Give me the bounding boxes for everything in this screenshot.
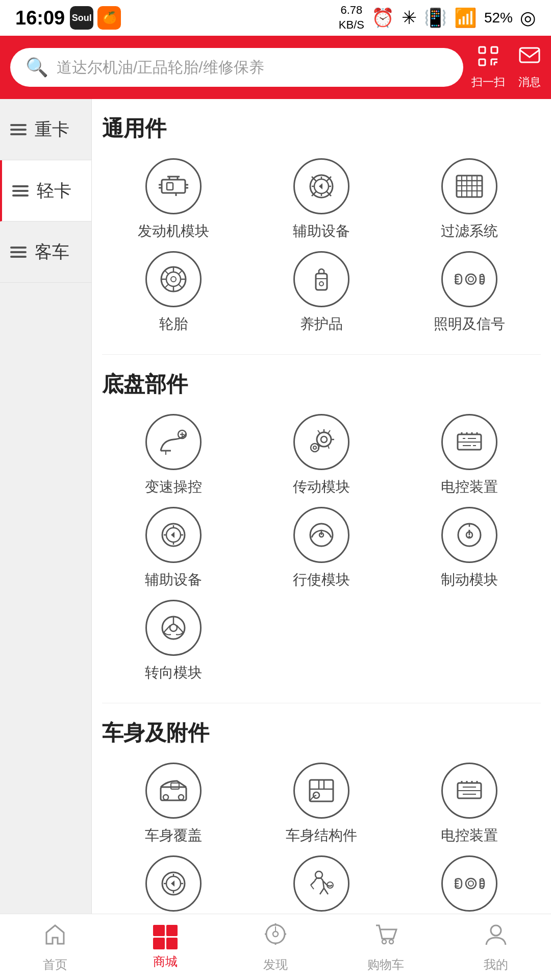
item-auxiliary-2[interactable]: 辅助设备 [102, 507, 245, 590]
svg-rect-9 [167, 183, 173, 190]
vibrate-icon: 📳 [424, 7, 447, 29]
section-general-parts: 通用件 [102, 114, 541, 334]
section-chassis-parts: 底盘部件 变速操控 [102, 370, 541, 682]
bluetooth-icon: ✳ [402, 7, 417, 29]
filter-label: 过滤系统 [441, 222, 498, 241]
item-engine-module[interactable]: 发动机模块 [102, 158, 245, 241]
message-icon [518, 45, 541, 72]
message-button[interactable]: 消息 [518, 45, 541, 90]
alarm-icon: ⏰ [371, 7, 394, 29]
engine-icon [145, 158, 202, 214]
chassis-parts-grid: 变速操控 [102, 414, 541, 682]
section-body-parts: 车身及附件 车身覆盖 [102, 719, 541, 938]
lighting-icon-2 [441, 855, 497, 912]
svg-rect-2 [479, 59, 485, 65]
svg-line-127 [324, 888, 328, 894]
nav-home-label: 首页 [43, 957, 67, 973]
svg-line-126 [320, 888, 324, 894]
cabin-icon [293, 855, 349, 912]
nav-cart[interactable]: 购物车 [331, 914, 441, 980]
tire-icon [145, 251, 202, 307]
svg-point-66 [313, 446, 316, 449]
network-speed: 6.78KB/S [339, 3, 364, 32]
svg-line-44 [179, 284, 182, 288]
nav-home[interactable]: 首页 [0, 914, 110, 980]
drive-icon [293, 414, 349, 470]
nav-store[interactable]: 商城 [110, 914, 220, 980]
tire-label: 轮胎 [159, 314, 188, 334]
item-driving[interactable]: 行使模块 [250, 507, 393, 590]
svg-point-141 [273, 932, 278, 937]
orange-app-icon: 🍊 [97, 6, 121, 30]
svg-line-43 [165, 271, 168, 274]
sidebar-label-heavy-truck: 重卡 [35, 118, 69, 141]
nav-profile-label: 我的 [484, 957, 508, 973]
lighting-icon-1 [441, 251, 497, 307]
sidebar-item-bus[interactable]: 客车 [0, 222, 91, 283]
electric-label-1: 电控装置 [441, 477, 498, 497]
sidebar: 重卡 轻卡 客车 [0, 99, 92, 980]
app-icons: Soul 🍊 [70, 6, 121, 30]
item-care[interactable]: 养护品 [250, 251, 393, 334]
nav-profile[interactable]: 我的 [441, 914, 551, 980]
electric-label-2: 电控装置 [441, 826, 498, 845]
item-steering[interactable]: 转向模块 [102, 600, 245, 682]
svg-point-103 [179, 795, 184, 800]
svg-point-102 [163, 795, 168, 800]
svg-point-37 [166, 272, 181, 286]
main-layout: 重卡 轻卡 客车 通用件 [0, 99, 551, 980]
svg-point-145 [491, 925, 501, 936]
sidebar-item-heavy-truck[interactable]: 重卡 [0, 99, 91, 160]
menu-icon [10, 124, 27, 135]
scan-label: 扫一扫 [471, 75, 505, 90]
general-parts-grid: 发动机模块 [102, 158, 541, 334]
scan-button[interactable]: 扫一扫 [471, 45, 505, 90]
svg-text:!: ! [467, 527, 471, 540]
driving-label: 行使模块 [293, 570, 350, 590]
care-icon [293, 251, 349, 307]
electric-icon-1 [441, 414, 497, 470]
body-cover-label: 车身覆盖 [145, 826, 202, 845]
status-right: 6.78KB/S ⏰ ✳ 📳 📶 52% ◎ [339, 3, 536, 32]
svg-point-144 [389, 940, 393, 944]
drive-label: 传动模块 [293, 477, 350, 497]
body-structure-icon [293, 763, 349, 819]
svg-point-132 [468, 881, 473, 886]
item-transmission[interactable]: 变速操控 [102, 414, 245, 497]
svg-point-63 [317, 432, 331, 447]
svg-line-70 [328, 446, 329, 449]
auxiliary-label-1: 辅助设备 [293, 222, 350, 241]
battery-icon: ◎ [520, 7, 536, 29]
item-electric-control-2[interactable]: 电控装置 [398, 763, 541, 845]
engine-label: 发动机模块 [138, 222, 209, 241]
item-drive[interactable]: 传动模块 [250, 414, 393, 497]
content-area: 通用件 [92, 99, 551, 980]
store-icon [153, 925, 178, 949]
home-icon [42, 921, 68, 952]
brake-label: 制动模块 [441, 570, 498, 590]
item-tire[interactable]: 轮胎 [102, 251, 245, 334]
cart-icon [373, 921, 398, 952]
item-auxiliary-1[interactable]: 辅助设备 [250, 158, 393, 241]
sidebar-item-light-truck[interactable]: 轻卡 [0, 160, 91, 222]
nav-discover[interactable]: 发现 [220, 914, 331, 980]
item-brake[interactable]: ! 制动模块 [398, 507, 541, 590]
search-input-wrapper[interactable]: 🔍 道达尔机油/正品轮胎/维修保养 [10, 48, 463, 87]
lighting-label-1: 照明及信号 [434, 314, 505, 334]
battery: 52% [484, 10, 513, 26]
svg-line-68 [318, 430, 320, 433]
item-filter[interactable]: 过滤系统 [398, 158, 541, 241]
item-body-structure[interactable]: 车身结构件 [250, 763, 393, 845]
item-lighting-1[interactable]: 照明及信号 [398, 251, 541, 334]
item-electric-control-1[interactable]: 电控装置 [398, 414, 541, 497]
brake-icon: ! [441, 507, 497, 563]
nav-discover-label: 发现 [263, 957, 288, 973]
care-label: 养护品 [300, 314, 343, 334]
sidebar-label-bus: 客车 [35, 240, 69, 264]
item-body-cover[interactable]: 车身覆盖 [102, 763, 245, 845]
svg-line-123 [311, 881, 315, 885]
menu-icon-2 [12, 185, 29, 197]
transmission-label: 变速操控 [145, 477, 202, 497]
section-title-body: 车身及附件 [102, 719, 541, 747]
status-bar: 16:09 Soul 🍊 6.78KB/S ⏰ ✳ 📳 📶 52% ◎ [0, 0, 551, 36]
